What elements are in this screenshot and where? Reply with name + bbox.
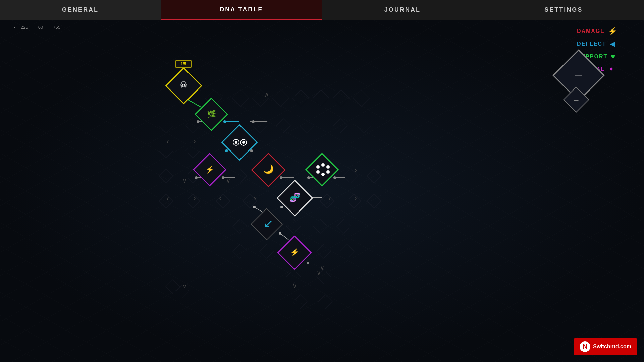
preview-diamond-inner: — — [561, 58, 596, 93]
stat-shield: 🛡 225 — [13, 24, 28, 30]
nintendo-logo: N — [580, 341, 590, 352]
nav-dna-table[interactable]: DNA TABLE — [161, 0, 322, 20]
nav-settings[interactable]: SETTINGS — [483, 0, 644, 20]
shield-icon: 🛡 — [13, 24, 19, 30]
background-overlay — [0, 20, 644, 362]
legend-deflect: DEFLECT ◀ — [577, 40, 617, 48]
main-area: 🛡 225 60 765 DAMAGE ⚡ DEFLECT ◀ SUPPORT … — [0, 20, 644, 362]
special-icon: ✦ — [608, 65, 614, 74]
nav-general[interactable]: GENERAL — [0, 0, 161, 20]
legend-damage: DAMAGE ⚡ — [577, 27, 617, 36]
nav-journal[interactable]: JOURNAL — [322, 0, 483, 20]
nintendo-badge: N Switchntd.com — [574, 338, 637, 355]
legend-deflect-label: DEFLECT — [577, 41, 606, 47]
stat-health: 765 — [53, 25, 60, 30]
preview-diamond-2-inner: — — [568, 91, 585, 108]
stat-neutral: 60 — [38, 25, 43, 30]
top-stats: 🛡 225 60 765 — [13, 24, 60, 30]
deflect-icon: ◀ — [610, 40, 615, 48]
navigation-bar: GENERAL DNA TABLE JOURNAL SETTINGS — [0, 0, 644, 20]
support-icon: ♥ — [611, 52, 615, 61]
legend-damage-label: DAMAGE — [577, 28, 605, 34]
preview-icon-2: — — [574, 97, 579, 103]
damage-icon: ⚡ — [608, 27, 617, 36]
preview-icon: — — [575, 71, 582, 80]
